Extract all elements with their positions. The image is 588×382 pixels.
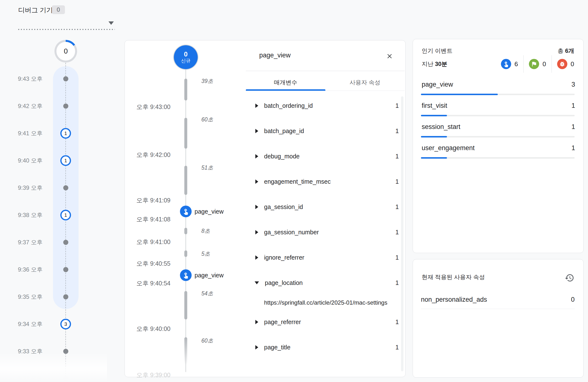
- detail-header-divider: [246, 71, 405, 71]
- stream-duration-label: 8초: [201, 227, 210, 235]
- stream-timestamp: 오후 9:39:00: [131, 371, 170, 379]
- window-value: 30분: [435, 61, 447, 67]
- triangle-right-icon: [255, 255, 258, 260]
- minute-dot-marker[interactable]: [63, 376, 68, 381]
- stream-duration-label: 54초: [201, 290, 213, 297]
- param-name: debug_mode: [264, 153, 300, 160]
- top-event-row[interactable]: page_view 3: [422, 81, 575, 88]
- param-count: 1: [395, 279, 399, 286]
- triangle-right-icon: [255, 103, 258, 108]
- stream-event-name: page_view: [194, 272, 224, 279]
- minute-event-count-marker[interactable]: 1: [60, 128, 71, 139]
- stream-timestamp: 오후 9:40:55: [131, 260, 170, 268]
- engagement-capsule: [184, 79, 187, 100]
- triangle-right-icon: [255, 154, 258, 158]
- minute-dot-marker[interactable]: [63, 294, 68, 299]
- engagement-capsule: [184, 118, 187, 149]
- close-icon[interactable]: [385, 52, 394, 60]
- minute-dot-marker[interactable]: [63, 267, 68, 272]
- top-events-card: 인기 이벤트 총 6개 지난 30분 6 0 0 page_view 3: [413, 39, 584, 253]
- param-row[interactable]: debug_mode 1: [246, 153, 405, 160]
- triangle-right-icon: [255, 230, 258, 234]
- minute-event-count-marker[interactable]: 3: [60, 319, 71, 329]
- user-property-row[interactable]: non_personalized_ads 0: [421, 296, 575, 303]
- stream-duration-label: 51초: [201, 164, 213, 172]
- stream-duration-label: 5초: [201, 250, 210, 258]
- device-selector-caret-down-icon[interactable]: [108, 22, 114, 25]
- minute-dot-marker[interactable]: [63, 104, 68, 109]
- top-events-title: 인기 이벤트: [422, 47, 453, 55]
- top-event-bar-fill: [421, 94, 498, 95]
- params-scrollbar[interactable]: [401, 96, 403, 371]
- touch-icon: [182, 272, 189, 279]
- stat-touch[interactable]: 6: [501, 59, 518, 69]
- param-row[interactable]: ga_session_id 1: [246, 203, 405, 210]
- stat-bug[interactable]: 0: [557, 59, 574, 69]
- param-row[interactable]: engagement_time_msec 1: [246, 178, 405, 185]
- minute-event-count-marker[interactable]: 1: [60, 210, 71, 221]
- stream-duration-label: 60초: [201, 337, 213, 344]
- engagement-capsule: [184, 250, 187, 257]
- top-event-count: 1: [571, 123, 575, 131]
- param-name: ga_session_number: [264, 229, 319, 236]
- minute-time-label: 9:42 오후: [4, 102, 42, 110]
- param-name: batch_ordering_id: [264, 102, 313, 109]
- param-name: page_location: [265, 279, 303, 286]
- tab-user-properties[interactable]: 사용자 속성: [325, 74, 405, 90]
- param-name: ignore_referrer: [264, 254, 304, 261]
- user-properties-title: 현재 적용된 사용자 속성: [422, 273, 485, 281]
- param-row[interactable]: ignore_referrer 1: [246, 254, 405, 261]
- top-event-name: first_visit: [422, 102, 447, 110]
- top-event-bar-track: [421, 157, 575, 159]
- minute-time-label: 9:35 오후: [4, 293, 42, 301]
- user-property-name: non_personalized_ads: [421, 296, 487, 303]
- triangle-right-icon: [255, 129, 258, 133]
- minute-dot-marker[interactable]: [63, 240, 68, 245]
- minute-time-label: 9:43 오후: [4, 75, 42, 83]
- param-count: 1: [395, 229, 399, 236]
- debug-device-count-badge: 0: [52, 5, 65, 14]
- minute-dot-marker[interactable]: [63, 185, 68, 191]
- stream-duration-label: 39초: [201, 77, 213, 85]
- stat-flag[interactable]: 0: [529, 59, 546, 69]
- top-event-bar-fill: [421, 157, 447, 159]
- time-window-label: 지난 30분: [422, 60, 447, 68]
- seconds-countdown-ring: 0: [54, 40, 77, 63]
- active-tab-indicator: [246, 89, 325, 91]
- user-property-value: 0: [571, 296, 575, 303]
- user-property-divider: [421, 309, 575, 309]
- minute-dot-marker[interactable]: [63, 76, 68, 82]
- param-row[interactable]: batch_ordering_id 1: [246, 102, 405, 109]
- top-minute-counter: 0: [56, 42, 75, 61]
- param-expanded-value: https://springfall.cc/article/2025-01/ma…: [264, 299, 404, 306]
- tab-parameters[interactable]: 매개변수: [246, 74, 325, 90]
- stat-count: 0: [543, 60, 546, 68]
- param-row[interactable]: page_referrer 1: [246, 318, 405, 326]
- stat-divider: [551, 55, 552, 73]
- stat-count: 0: [571, 60, 574, 68]
- param-row[interactable]: ga_session_number 1: [246, 229, 405, 236]
- param-count: 1: [395, 344, 399, 351]
- top-event-row[interactable]: user_engagement 1: [422, 144, 575, 152]
- stream-event[interactable]: page_view: [180, 206, 224, 217]
- top-event-row[interactable]: first_visit 1: [422, 102, 575, 110]
- engagement-capsule: [184, 228, 187, 234]
- new-events-count: 0: [184, 51, 188, 58]
- top-event-name: user_engagement: [422, 144, 475, 152]
- minute-dot-marker[interactable]: [63, 349, 68, 354]
- minute-time-label: 9:38 오후: [4, 211, 42, 219]
- param-row[interactable]: page_location 1: [246, 279, 405, 286]
- top-event-bar-fill: [421, 136, 447, 137]
- triangle-right-icon: [255, 345, 258, 349]
- param-row[interactable]: page_title 1: [246, 344, 405, 351]
- minute-time-label: 9:36 오후: [4, 266, 42, 273]
- total-value: 6개: [565, 47, 574, 54]
- top-event-row[interactable]: session_start 1: [422, 123, 575, 131]
- stream-duration-label: 60초: [201, 116, 213, 123]
- stat-count: 6: [515, 60, 518, 68]
- triangle-down-icon: [255, 281, 259, 284]
- stream-event[interactable]: page_view: [180, 269, 224, 281]
- history-icon[interactable]: [564, 272, 575, 283]
- param-row[interactable]: batch_page_id 1: [246, 128, 405, 135]
- minute-event-count-marker[interactable]: 1: [60, 155, 71, 166]
